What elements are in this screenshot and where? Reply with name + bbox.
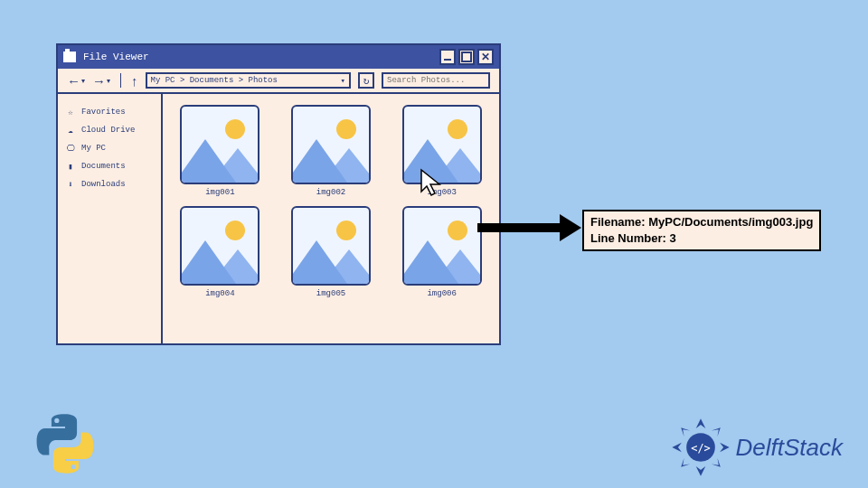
file-item[interactable]: img001 bbox=[175, 105, 265, 197]
svg-marker-5 bbox=[711, 458, 720, 467]
refresh-button[interactable]: ↻ bbox=[358, 72, 374, 89]
minimize-button[interactable] bbox=[439, 49, 456, 65]
sidebar-item-label: Documents bbox=[81, 162, 126, 171]
sidebar-item-documents[interactable]: ▮ Documents bbox=[65, 157, 154, 175]
sidebar-item-label: Favorites bbox=[81, 108, 126, 117]
sidebar-item-label: My PC bbox=[81, 144, 106, 153]
svg-marker-7 bbox=[681, 427, 690, 436]
svg-text:</>: </> bbox=[691, 442, 710, 455]
file-name: img002 bbox=[316, 188, 345, 197]
forward-button[interactable]: →▾ bbox=[92, 73, 110, 89]
window-controls: ✕ bbox=[439, 49, 494, 65]
laptop-icon: 🖵 bbox=[65, 143, 76, 154]
file-viewer-window: File Viewer ✕ ←▾ →▾ ↑ My PC > Documents … bbox=[56, 43, 501, 345]
window-body: ☆ Favorites ☁ Cloud Drive 🖵 My PC ▮ Docu… bbox=[58, 94, 499, 343]
file-name: img003 bbox=[427, 188, 456, 197]
image-thumbnail[interactable] bbox=[180, 206, 259, 286]
titlebar[interactable]: File Viewer ✕ bbox=[58, 45, 499, 69]
up-button[interactable]: ↑ bbox=[131, 73, 138, 89]
breadcrumb: My PC > Documents > Photos bbox=[151, 76, 278, 85]
file-item[interactable]: img004 bbox=[175, 206, 265, 298]
file-name: img005 bbox=[316, 289, 345, 298]
file-item[interactable]: img002 bbox=[287, 105, 376, 197]
separator bbox=[120, 73, 121, 88]
file-name: img004 bbox=[205, 289, 234, 298]
svg-marker-4 bbox=[711, 427, 720, 436]
file-item[interactable]: img005 bbox=[287, 206, 376, 298]
folder-icon bbox=[63, 52, 76, 62]
toolbar: ←▾ →▾ ↑ My PC > Documents > Photos ▾ ↻ bbox=[58, 69, 499, 94]
sidebar-item-label: Downloads bbox=[81, 180, 126, 189]
python-logo bbox=[33, 411, 98, 481]
file-item[interactable]: img003 bbox=[397, 105, 486, 197]
delftstack-text: DelftStack bbox=[736, 434, 844, 462]
download-icon: ⬇ bbox=[65, 179, 76, 190]
address-bar[interactable]: My PC > Documents > Photos ▾ bbox=[146, 72, 352, 89]
file-item[interactable]: img006 bbox=[397, 206, 486, 298]
delftstack-logo: </> DelftStack bbox=[671, 418, 844, 477]
line-number-text: Line Number: 3 bbox=[590, 230, 813, 247]
close-button[interactable]: ✕ bbox=[477, 49, 494, 65]
svg-marker-1 bbox=[720, 443, 730, 453]
sidebar-item-downloads[interactable]: ⬇ Downloads bbox=[65, 175, 154, 193]
sidebar-item-mypc[interactable]: 🖵 My PC bbox=[65, 139, 154, 157]
svg-marker-0 bbox=[695, 418, 705, 428]
star-icon: ☆ bbox=[65, 107, 76, 117]
sidebar-item-cloud[interactable]: ☁ Cloud Drive bbox=[65, 121, 154, 139]
image-thumbnail[interactable] bbox=[291, 206, 371, 286]
file-name: img006 bbox=[427, 289, 456, 298]
chevron-down-icon[interactable]: ▾ bbox=[341, 76, 345, 86]
image-thumbnail[interactable] bbox=[291, 105, 371, 184]
svg-marker-2 bbox=[695, 466, 705, 476]
image-thumbnail[interactable] bbox=[402, 105, 482, 184]
folder-icon: ▮ bbox=[65, 161, 76, 172]
file-grid: img001 img002 img003 img004 img005 img00… bbox=[163, 94, 499, 343]
sidebar: ☆ Favorites ☁ Cloud Drive 🖵 My PC ▮ Docu… bbox=[58, 94, 163, 343]
image-thumbnail[interactable] bbox=[402, 206, 482, 286]
sidebar-item-favorites[interactable]: ☆ Favorites bbox=[65, 103, 154, 121]
window-title: File Viewer bbox=[83, 52, 149, 62]
svg-marker-3 bbox=[672, 443, 682, 453]
file-name: img001 bbox=[205, 188, 234, 197]
svg-marker-6 bbox=[681, 458, 690, 467]
back-button[interactable]: ←▾ bbox=[67, 73, 85, 89]
cloud-icon: ☁ bbox=[65, 125, 76, 136]
image-thumbnail[interactable] bbox=[180, 105, 259, 184]
info-callout: Filename: MyPC/Documents/img003.jpg Line… bbox=[582, 210, 821, 251]
callout-arrow bbox=[477, 219, 581, 235]
sidebar-item-label: Cloud Drive bbox=[81, 126, 135, 135]
search-input[interactable] bbox=[382, 72, 490, 89]
filename-text: Filename: MyPC/Documents/img003.jpg bbox=[590, 214, 813, 230]
maximize-button[interactable] bbox=[458, 49, 475, 65]
